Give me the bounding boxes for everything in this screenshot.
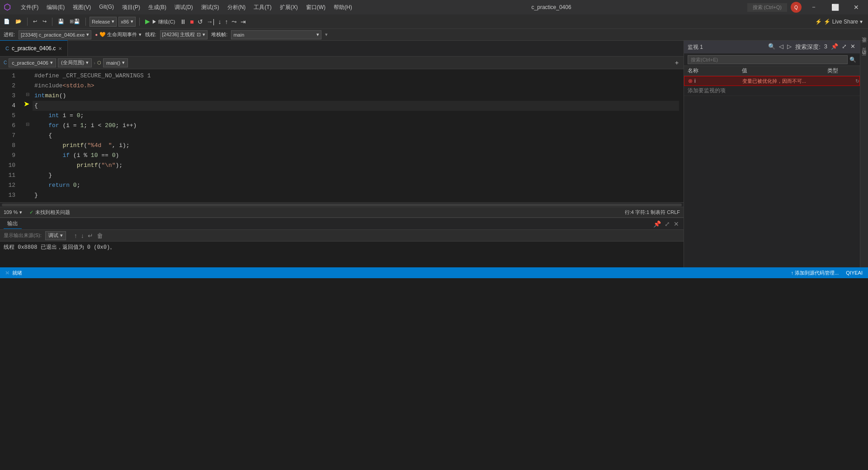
show-next-button[interactable]: ⤳ (230, 17, 238, 26)
editor-status-bar: 109 % ▾ ✓ 未找到相关问题 行:4 字符:1 制表符 CRLF (0, 207, 684, 218)
menu-extensions[interactable]: 扩展(X) (276, 3, 302, 12)
process-dropdown[interactable]: [23348] c_practice_0406.exe ▾ (19, 30, 91, 39)
output-close-icon[interactable]: ✕ (673, 219, 680, 228)
output-source-value: 调试 (48, 232, 58, 239)
watch-header: 监视 1 🔍 ◁ ▷ 搜索深度: 3 📌 ⤢ ✕ (684, 41, 860, 53)
platform-chevron: ▾ (131, 19, 133, 24)
output-tab[interactable]: 输出 (4, 219, 22, 229)
redo-button[interactable]: ↪ (41, 18, 48, 25)
menu-analyze[interactable]: 分析(N) (224, 3, 250, 12)
watch-header-icons: 🔍 ◁ ▷ 搜索深度: 3 📌 ⤢ ✕ (767, 42, 856, 52)
output-source-select[interactable]: 调试 ▾ (45, 231, 66, 240)
menu-test[interactable]: 测试(S) (198, 3, 223, 12)
stop-button[interactable]: ■ (189, 17, 195, 26)
output-expand-icon[interactable]: ⤢ (664, 219, 671, 228)
new-file-button[interactable]: 📄 (2, 18, 12, 25)
nav-bar: C c_practice_0406 ▾ (全局范围) ▾ › ⬡ main() … (0, 57, 684, 69)
stack-dropdown[interactable]: main ▾ (231, 30, 321, 39)
thread-dropdown[interactable]: [24236] 主线程 ⊡ ▾ (160, 30, 208, 39)
code-editor[interactable]: #define _CRT_SECURE_NO_WARNINGS 1 #inclu… (33, 69, 679, 202)
open-folder-button[interactable]: 📂 (14, 18, 24, 25)
close-button[interactable]: ✕ (848, 2, 864, 13)
watch-panel: 监视 1 🔍 ◁ ▷ 搜索深度: 3 📌 ⤢ ✕ 🔍 名称 值 类型 (684, 41, 860, 267)
continue-button[interactable]: ▶ ▶ 继续(C) (143, 18, 177, 25)
gutter-1 (23, 69, 33, 79)
save-all-button[interactable]: ⊞💾 (68, 18, 82, 25)
watch-add-row[interactable]: 添加要监视的项 (684, 86, 860, 96)
git-changes-icon[interactable]: Git 更改 (860, 44, 868, 56)
output-clear-icon[interactable]: 🗑 (96, 231, 104, 240)
watch-pin-icon[interactable]: 📌 (830, 42, 839, 52)
undo-button[interactable]: ↩ (31, 18, 39, 25)
stack-extra-btn[interactable]: ▾ (325, 32, 328, 38)
nav-scope-label: (全局范围) (61, 59, 84, 66)
release-dropdown[interactable]: Release ▾ (90, 17, 117, 27)
step-out-button[interactable]: ↑ (223, 17, 229, 26)
git-history-icon[interactable]: 历史 (860, 57, 868, 61)
watch-search-icon[interactable]: 🔍 (767, 42, 776, 52)
watch-col-value: 值 (738, 67, 824, 75)
platform-dropdown[interactable]: x86 ▾ (118, 17, 136, 27)
watch-search-btn[interactable]: 🔍 (849, 57, 856, 63)
run-to-cursor-button[interactable]: ⇥ (239, 17, 247, 26)
title-bar-left: ⬡ 文件(F) 编辑(E) 视图(V) Git(G) 项目(P) 生成(B) 调… (4, 2, 356, 12)
user-label[interactable]: QIYEAI (844, 270, 864, 276)
watch-table: 名称 值 类型 ⊗ i 变量已被优化掉，因而不可... ↻ 添加要监视的项 (684, 66, 860, 267)
live-share-button[interactable]: ⚡ ⚡ Live Share ▾ (811, 18, 866, 26)
watch-expand-icon[interactable]: ⤢ (841, 42, 848, 52)
horizontal-scrollbar[interactable] (0, 202, 684, 207)
step-over-button[interactable]: →| (205, 17, 216, 26)
lifecycle-button[interactable]: ● 🧡 生命周期事件 ▾ (95, 31, 141, 38)
line-num-12: 12 (0, 180, 19, 190)
error-indicator[interactable]: ✓ 未找到相关问题 (29, 209, 70, 216)
menu-tools[interactable]: 工具(T) (250, 3, 275, 12)
search-box[interactable]: 搜索 (Ctrl+Q) (747, 3, 787, 12)
watch-close-icon[interactable]: ✕ (849, 42, 856, 52)
watch-search-input[interactable] (688, 55, 848, 64)
maximize-button[interactable]: ⬜ (826, 2, 844, 13)
minimize-button[interactable]: － (805, 1, 822, 13)
zoom-level[interactable]: 109 % ▾ (4, 209, 22, 215)
step-into-button[interactable]: ↓ (217, 17, 222, 26)
add-to-source-button[interactable]: ↑ 添加到源代码管理... (789, 270, 841, 276)
menu-debug[interactable]: 调试(D) (171, 3, 197, 12)
restart-button[interactable]: ↺ (196, 17, 204, 26)
stack-value: main (233, 32, 244, 38)
save-button[interactable]: 💾 (56, 18, 66, 25)
editor-vertical-scrollbar[interactable] (679, 69, 684, 202)
watch-nav-forward-icon[interactable]: ▷ (786, 42, 793, 52)
menu-build[interactable]: 生成(B) (145, 3, 170, 12)
separator-2 (52, 18, 52, 26)
menu-help[interactable]: 帮助(H) (330, 3, 356, 12)
watch-row-1-value: 变量已被优化掉，因而不可... (739, 78, 819, 85)
git-branch-item[interactable]: ⛌ 就绪 (4, 270, 24, 276)
nav-function-dropdown[interactable]: main() ▾ (103, 58, 128, 67)
code-line-2: #include<stdio.h> (33, 81, 679, 91)
user-avatar[interactable]: Q (791, 2, 802, 13)
refresh-icon-1[interactable]: ↻ (855, 78, 859, 84)
output-wrap-icon[interactable]: ↵ (87, 231, 94, 240)
nav-project-dropdown[interactable]: c_practice_0406 ▾ (9, 58, 56, 67)
watch-nav-back-icon[interactable]: ◁ (778, 42, 784, 52)
menu-file[interactable]: 文件(F) (17, 3, 42, 12)
menu-git[interactable]: Git(G) (95, 3, 118, 12)
menu-window[interactable]: 窗口(W) (302, 3, 329, 12)
output-pin-icon[interactable]: 📌 (652, 219, 662, 228)
menu-view[interactable]: 视图(V) (69, 3, 94, 12)
watch-item-1-label: i (694, 78, 696, 84)
fold-icon-3[interactable]: ⊟ (23, 89, 33, 99)
nav-scope-dropdown[interactable]: (全局范围) ▾ (58, 58, 92, 67)
fold-icon-6[interactable]: ⊟ (23, 119, 33, 129)
line-col-info[interactable]: 行:4 字符:1 制表符 CRLF (625, 209, 680, 216)
main-row: C c_practice_0406.c ✕ C c_practice_0406 … (0, 41, 868, 267)
nav-add-button[interactable]: ＋ (674, 59, 680, 67)
editor-tab-active[interactable]: C c_practice_0406.c ✕ (0, 40, 68, 56)
tab-close-button[interactable]: ✕ (58, 46, 62, 51)
menu-project[interactable]: 项目(P) (118, 3, 144, 12)
menu-edit[interactable]: 编辑(E) (43, 3, 68, 12)
watch-row-1-name: ⊗ i (684, 78, 739, 84)
output-scroll-up-icon[interactable]: ↑ (73, 231, 78, 240)
output-scroll-down-icon[interactable]: ↓ (80, 231, 85, 240)
pause-button[interactable]: ⏸ (179, 17, 188, 26)
nav-separator: › (94, 60, 95, 66)
